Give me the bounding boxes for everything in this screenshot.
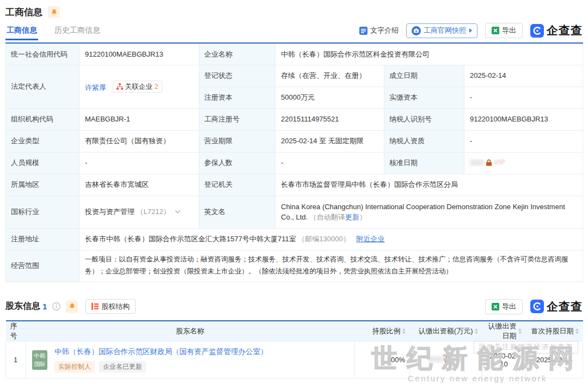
company-name-value: 中韩（长春）国际合作示范区科金投资有限公司 — [275, 43, 583, 65]
shareholder-title: 股东信息 — [5, 301, 40, 312]
business-scope-label: 经营范围 — [6, 250, 79, 282]
chevron-down-icon[interactable] — [175, 208, 181, 214]
official-snapshot-button[interactable]: 工商官网快照 — [406, 23, 477, 38]
shareholder-monitor-bell-button[interactable] — [66, 301, 78, 313]
name-updated-tag: 企业名已更新 — [99, 361, 146, 373]
english-name-value: China Korea (Changchun) International Co… — [275, 196, 583, 228]
export-button[interactable]: 导出 — [485, 23, 523, 38]
reg-capital-label: 注册资本 — [199, 87, 275, 108]
company-type-label: 企业类型 — [6, 130, 79, 152]
company-type-value: 有限责任公司（国有独资） — [79, 130, 199, 152]
sort-icon[interactable] — [518, 328, 522, 334]
industry-value: 投资与资产管理 （L7212） — [79, 196, 199, 228]
col-header-seq: 序号 — [6, 321, 26, 342]
col-header-ratio[interactable]: 持股比例 — [355, 321, 410, 342]
est-date-label: 成立日期 — [384, 65, 464, 87]
shareholder-table: 序号 股东名称 持股比例 认缴出资额(万元) 认缴出资日期 首次持股日期 1 — [5, 320, 583, 379]
nearby-companies-link[interactable]: 附近企业 — [356, 235, 384, 243]
equity-structure-button[interactable]: 股权结构 — [85, 299, 136, 314]
document-icon — [359, 27, 367, 35]
org-code-label: 组织机构代码 — [6, 108, 79, 130]
vip-label: VIP — [494, 157, 505, 167]
page-title: 工商信息 — [5, 6, 42, 19]
staff-size-label: 人员规模 — [6, 152, 79, 174]
shareholder-export-button[interactable]: 导出 — [485, 299, 523, 314]
lock-icon — [444, 356, 451, 363]
qichacha-logo-text: 企查查 — [547, 23, 583, 38]
shareholder-actions: 导出 企查查 — [485, 299, 583, 314]
expand-arrow-icon — [469, 28, 472, 33]
paid-capital-label: 实缴资本 — [384, 87, 464, 108]
org-chart-icon — [117, 83, 123, 90]
subscribed-date-value: 2030-02-10 — [482, 342, 526, 379]
business-info-page: 工商信息 工商信息 历史工商信息 文字介绍 工商官网快照 — [0, 0, 588, 384]
text-intro-button[interactable]: 文字介绍 — [359, 26, 399, 35]
address-label: 注册地址 — [6, 228, 79, 250]
address-value: 长春市中韩（长春）国际合作示范区金汇大路1577号中韩大厦711室 （邮编130… — [79, 228, 583, 250]
reg-authority-value: 长春市市场监督管理局中韩（长春）国际合作示范区分局 — [275, 174, 583, 196]
taxpayer-qual-value: - — [464, 130, 583, 152]
row-seq: 1 — [6, 342, 26, 379]
col-header-first-holding-date[interactable]: 首次持股日期 — [526, 321, 583, 342]
tab-business-info[interactable]: 工商信息 — [5, 21, 38, 40]
industry-code: （L7212） — [137, 208, 170, 216]
col-header-subscribed-amount[interactable]: 认缴出资额(万元) — [410, 321, 482, 342]
reg-status-label: 登记状态 — [199, 65, 275, 87]
org-code-value: MAEBGBJR-1 — [79, 108, 199, 130]
qichacha-logo[interactable]: 企查查 — [530, 23, 583, 38]
table-row: 1 中韩 国际 中韩（长春）国际合作示范区财政局（国有资产监督管理办公室） 实际… — [6, 342, 583, 379]
translate-update-link[interactable]: 更新 — [345, 213, 359, 221]
lock-icon — [486, 159, 492, 166]
region-label: 所属地区 — [6, 174, 79, 196]
first-holding-date-value: 2025-02-14 — [526, 342, 583, 379]
bell-icon — [69, 303, 76, 310]
equity-structure-icon — [91, 303, 99, 310]
blurred-text — [470, 160, 484, 166]
shareholder-count: 1 — [42, 302, 47, 311]
bell-icon — [51, 9, 58, 16]
legal-rep-label: 法定代表人 — [6, 65, 79, 108]
subscribed-amount-cell: VIP — [410, 342, 482, 379]
col-header-subscribed-date[interactable]: 认缴出资日期 — [482, 321, 526, 342]
related-companies-badge[interactable]: 关联企业 2 — [113, 81, 162, 93]
reg-number-value: 220151114975521 — [275, 108, 384, 130]
staff-size-value: - — [79, 152, 199, 174]
excel-icon — [492, 303, 499, 310]
postal-code: （邮编130000） — [298, 235, 350, 243]
company-name-label: 企业名称 — [199, 43, 275, 65]
business-term-label: 营业期限 — [199, 130, 275, 152]
sort-icon[interactable] — [575, 328, 579, 334]
sort-icon[interactable] — [402, 328, 406, 334]
tab-bar: 工商信息 历史工商信息 — [5, 21, 101, 40]
business-term-value: 2025-02-14 至 无固定期限 — [275, 130, 384, 152]
qichacha-logo[interactable]: 企查查 — [530, 299, 583, 314]
shareholder-name-link[interactable]: 中韩（长春）国际合作示范区财政局（国有资产监督管理办公室） — [54, 348, 268, 356]
taxpayer-id-label: 纳税人识别号 — [384, 108, 464, 130]
monitor-bell-button[interactable] — [48, 6, 60, 18]
english-name-label: 英文名 — [199, 196, 275, 228]
holding-ratio-value: 100% — [355, 342, 410, 379]
legal-rep-cell: 许紫厚 关联企业 2 — [79, 65, 199, 108]
reg-number-label: 工商注册号 — [199, 108, 275, 130]
header-actions: 文字介绍 工商官网快照 导出 企查查 — [359, 23, 583, 38]
qichacha-logo-text: 企查查 — [547, 299, 583, 314]
qichacha-logo-icon — [530, 300, 544, 313]
vip-locked-value[interactable]: VIP — [428, 356, 464, 363]
section-header-business: 工商信息 — [5, 4, 583, 20]
insured-count-value: - — [275, 152, 384, 174]
col-header-shareholder-name: 股东名称 — [26, 321, 355, 342]
shareholder-name-cell: 中韩 国际 中韩（长春）国际合作示范区财政局（国有资产监督管理办公室） 实际控制… — [26, 342, 355, 379]
qichacha-logo-icon — [530, 24, 544, 38]
reg-authority-label: 登记机关 — [199, 174, 275, 196]
uscc-value: 91220100MAEBGBJR13 — [79, 43, 199, 65]
vip-locked-value[interactable]: VIP — [470, 157, 505, 167]
taxpayer-id-value: 91220100MAEBGBJR13 — [464, 108, 583, 130]
paid-capital-value: - — [464, 87, 583, 108]
sort-icon[interactable] — [475, 328, 478, 334]
info-icon[interactable] — [52, 302, 60, 310]
actual-controller-tag[interactable]: 实际控制人 — [54, 361, 95, 373]
region-value: 吉林省长春市宽城区 — [79, 174, 199, 196]
blurred-text — [428, 356, 443, 362]
tab-history-business-info[interactable]: 历史工商信息 — [53, 21, 101, 40]
legal-rep-link[interactable]: 许紫厚 — [85, 83, 106, 92]
